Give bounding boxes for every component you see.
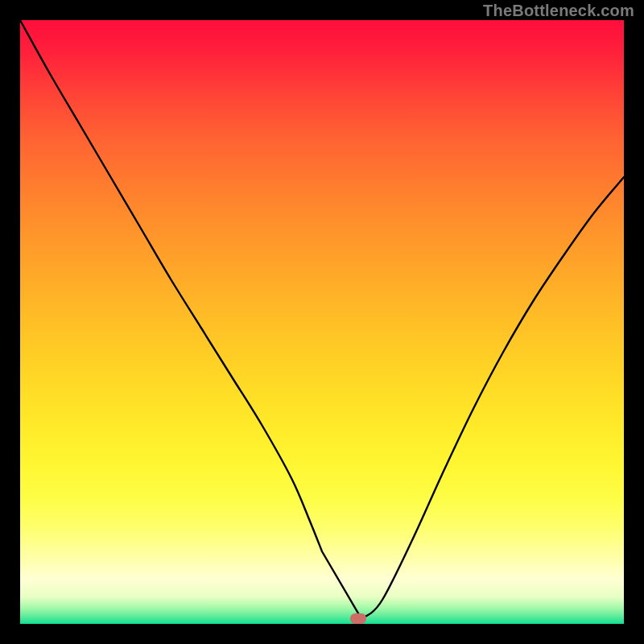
plot-area	[20, 20, 624, 624]
watermark-text: TheBottleneck.com	[483, 2, 634, 20]
chart-frame: TheBottleneck.com	[0, 0, 644, 644]
optimal-point-marker	[350, 613, 366, 624]
bottleneck-curve	[20, 20, 624, 618]
curve-svg	[20, 20, 624, 624]
